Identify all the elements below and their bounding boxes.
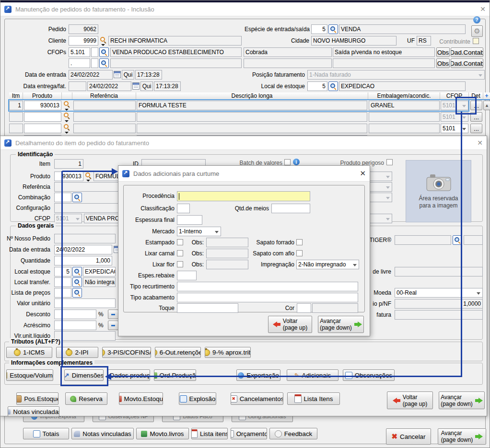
tipo-acabamento-field[interactable] [177, 293, 358, 302]
data-entrada-field[interactable]: 24/02/2022 [54, 245, 112, 254]
lixar-carnal-checkbox[interactable] [177, 250, 183, 256]
local-transfer-search-button[interactable] [72, 277, 82, 287]
feedback-button[interactable]: Feedback [269, 428, 317, 439]
search-icon[interactable] [63, 112, 70, 119]
qtd-meios-field[interactable] [271, 204, 310, 213]
search-icon[interactable] [85, 172, 92, 179]
search-icon[interactable] [63, 101, 70, 107]
obs-button[interactable]: Obs [436, 47, 450, 57]
cor-code-field[interactable] [297, 303, 311, 313]
combinacao-field[interactable] [54, 193, 71, 202]
classificacao-field[interactable] [177, 204, 190, 213]
pos-estoque-button[interactable]: Pos.Estoque [16, 392, 58, 405]
obs-button[interactable]: Obs [436, 58, 450, 68]
dropdown-arrow-icon[interactable] [65, 120, 69, 122]
moeda-combo[interactable]: 00-Real [395, 288, 483, 298]
voltar-button[interactable]: Voltar(page up) [268, 316, 312, 333]
cancelar-button[interactable]: ✖Cancelar [386, 428, 431, 445]
local-estoque-name-field[interactable]: EXPEDICAO [83, 267, 116, 276]
avancar-button[interactable]: Avançar(page down) [318, 316, 364, 333]
explosao-button[interactable]: Explosão [179, 392, 216, 405]
especie-search-button[interactable] [328, 24, 338, 34]
icms-button[interactable]: 1-ICMS [6, 347, 52, 358]
aprox-trib-button[interactable]: 9-% aprox.trib [205, 347, 251, 358]
cell-produto[interactable]: 930013 [24, 101, 61, 110]
out-retencoes-button[interactable]: 6-Out.retenções [155, 347, 201, 358]
cell-produto[interactable] [24, 124, 61, 133]
dad-contab-button[interactable]: Dad.Contab [451, 47, 483, 57]
dropdown-arrow-icon[interactable] [101, 44, 105, 46]
cell-cfop-combo[interactable]: 5101 [441, 124, 468, 133]
quantidade-field[interactable]: 1,000 [54, 256, 112, 265]
cfop2-search-button[interactable] [99, 58, 109, 68]
voltar-button[interactable]: Voltar(page up) [387, 391, 433, 409]
avancar-button[interactable]: Avançar(page down) [438, 428, 486, 445]
sapato-afio-checkbox[interactable] [296, 250, 303, 256]
local-estoque-code-field[interactable]: 5 [307, 81, 327, 91]
especie-code-field[interactable]: 5 [311, 24, 327, 34]
dad-contab-button[interactable]: Dad.Contab [451, 58, 483, 68]
lixar-flor-checkbox[interactable] [177, 261, 183, 267]
estoque-volumes-button[interactable]: Estoque/Volumes [6, 369, 53, 381]
info-icon[interactable]: i [293, 159, 300, 165]
movto-livros-button[interactable]: Movto.livros [136, 428, 189, 439]
search-icon[interactable] [63, 124, 70, 130]
lista-precos-field[interactable] [54, 288, 71, 298]
cell-produto[interactable] [24, 112, 61, 122]
help-icon[interactable]: ? [473, 16, 480, 23]
local-transfer-field[interactable] [54, 277, 71, 287]
lista-itens-button[interactable]: Lista itens [191, 428, 228, 439]
cfop1-code-field[interactable]: 5.101 [69, 47, 90, 57]
procedencia-field[interactable] [177, 191, 310, 201]
local-estoque-search-button[interactable] [72, 267, 82, 276]
cancelamentos-button[interactable]: ✖Cancelamentos [231, 392, 283, 405]
lista-itens-button[interactable]: Lista Itens [287, 392, 340, 405]
cfop1-search-button[interactable] [99, 47, 109, 57]
produto-perigoso-checkbox[interactable] [386, 159, 393, 165]
mercado-combo[interactable]: 1-Interno [177, 227, 221, 236]
search-icon[interactable] [100, 36, 106, 43]
lista-precos-search-button[interactable] [72, 288, 82, 298]
combinacao-search-button[interactable] [72, 193, 82, 202]
local-estoque-code-field[interactable]: 5 [54, 267, 71, 276]
det-button[interactable]: ... [470, 124, 482, 133]
batch-valores-checkbox[interactable] [284, 159, 291, 165]
dropdown-arrow-icon[interactable] [65, 109, 69, 111]
contribuinte-checkbox[interactable] [473, 38, 479, 44]
notas-vinculadas-button[interactable]: Notas vinculadas [71, 428, 134, 439]
local-estoque-search-button[interactable] [328, 81, 338, 91]
adicionais-button[interactable]: ✎Adicionais [287, 369, 338, 381]
close-icon[interactable]: ✕ [360, 169, 366, 178]
reserva-button[interactable]: Reserva [65, 392, 107, 405]
espes-rebaixe-field[interactable] [177, 271, 197, 280]
cfop2-sub-field[interactable] [91, 58, 98, 68]
pis-cofins-button[interactable]: 3-PIS/COFINS/II [102, 347, 151, 358]
dropdown-arrow-icon[interactable] [86, 180, 90, 182]
tipo-recurtimento-field[interactable] [177, 282, 358, 291]
cfop1-sub-field[interactable] [91, 47, 98, 57]
observacoes-button[interactable]: Observações [343, 369, 395, 381]
dropdown-arrow-icon[interactable] [65, 132, 69, 134]
calendar-icon[interactable] [132, 82, 140, 90]
estampado-checkbox[interactable] [177, 239, 183, 245]
close-icon[interactable]: ✕ [480, 5, 486, 13]
orcamentos-button[interactable]: Orçamentos [231, 428, 267, 439]
produto-code-field[interactable]: 930013 [54, 172, 83, 181]
grid-add-row-button[interactable]: + [483, 92, 490, 100]
exportacao-button[interactable]: Exportação [236, 369, 280, 381]
impregnacao-combo[interactable]: 2-Não impregnado [296, 260, 359, 269]
acrescimo-aux-button[interactable] [108, 321, 118, 330]
scroll-up-button[interactable]: ▲ [483, 101, 490, 110]
desconto-field[interactable] [54, 310, 96, 319]
totais-button[interactable]: Totais [23, 428, 69, 439]
ord-producao-button[interactable]: Ord.Produção [154, 369, 196, 381]
desconto-aux-button[interactable] [108, 310, 118, 319]
avancar-button[interactable]: Avançar(page down) [439, 391, 485, 409]
settings-gear-button[interactable]: ⚙ [471, 25, 483, 37]
toque-field[interactable] [177, 303, 238, 313]
acrescimo-field[interactable] [54, 321, 96, 330]
dados-producao-button[interactable]: Dados produção [108, 369, 150, 381]
cfop2-code-field[interactable]: . [69, 58, 90, 68]
close-icon[interactable]: ✕ [477, 139, 483, 147]
cliente-code-field[interactable]: 9999 [69, 36, 98, 46]
